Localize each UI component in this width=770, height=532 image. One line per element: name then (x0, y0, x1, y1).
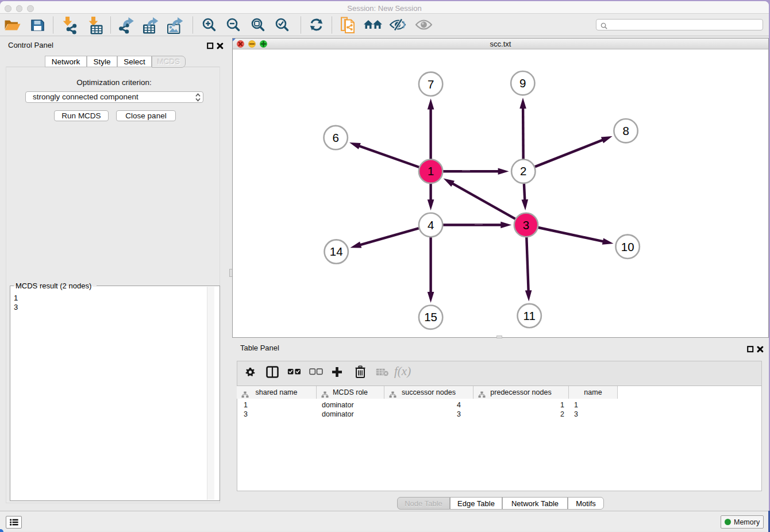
svg-text:2: 2 (520, 164, 526, 178)
svg-text:7: 7 (428, 78, 434, 91)
svg-text:6: 6 (332, 131, 338, 144)
svg-text:11: 11 (523, 309, 536, 322)
svg-text:15: 15 (424, 310, 437, 323)
svg-text:8: 8 (622, 124, 629, 137)
svg-text:14: 14 (330, 245, 343, 258)
svg-text:9: 9 (519, 76, 526, 90)
svg-text:1: 1 (428, 164, 434, 178)
svg-text:3: 3 (523, 218, 529, 232)
svg-text:10: 10 (621, 240, 634, 253)
svg-text:4: 4 (428, 218, 434, 232)
